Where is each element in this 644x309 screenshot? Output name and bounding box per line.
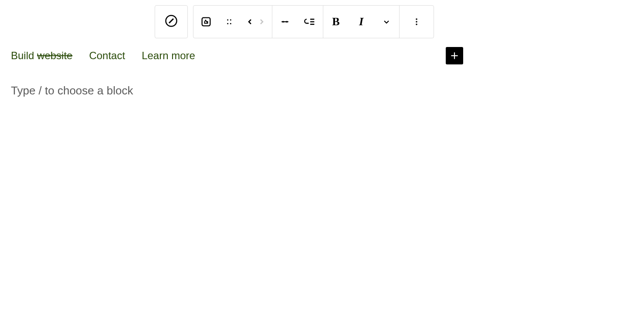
svg-point-11	[416, 18, 417, 20]
navigation-icon	[165, 14, 178, 29]
move-right-button[interactable]	[251, 6, 272, 38]
select-parent-icon	[200, 16, 212, 28]
svg-point-12	[416, 21, 417, 23]
toolbar-segment-format: B I	[323, 6, 400, 38]
svg-point-3	[227, 19, 228, 20]
svg-point-6	[230, 23, 231, 24]
more-options-button[interactable]	[400, 6, 434, 38]
block-toolbar: B I	[155, 5, 633, 38]
svg-point-13	[416, 24, 417, 25]
paragraph-placeholder-text: Type / to choose a block	[11, 84, 133, 97]
bold-button[interactable]: B	[323, 6, 349, 38]
italic-button[interactable]: I	[349, 6, 374, 38]
svg-point-4	[230, 19, 231, 20]
toolbar-segment-navigation	[193, 6, 272, 38]
nav-link-text-pre: Build	[11, 50, 37, 61]
link-icon	[279, 16, 291, 27]
add-submenu-button[interactable]	[298, 6, 323, 38]
svg-rect-2	[202, 18, 210, 26]
editor-canvas: B I	[0, 0, 644, 103]
link-button[interactable]	[272, 6, 298, 38]
chevron-right-icon	[256, 17, 267, 27]
toolbar-segment-link	[272, 6, 323, 38]
more-vertical-icon	[411, 17, 422, 27]
empty-paragraph-block[interactable]: Type / to choose a block	[11, 84, 633, 97]
nav-link-text: Learn more	[142, 50, 195, 61]
italic-icon: I	[359, 15, 363, 28]
bold-icon: B	[332, 15, 339, 28]
nav-link-text-strike: website	[37, 50, 72, 61]
svg-line-1	[169, 19, 173, 23]
drag-handle-button[interactable]	[219, 6, 240, 38]
more-formatting-button[interactable]	[374, 6, 399, 38]
navigation-block[interactable]: Build website Contact Learn more	[11, 47, 633, 64]
chevron-down-icon	[381, 17, 392, 27]
submenu-icon	[304, 16, 316, 28]
toolbar-segment-more	[400, 6, 434, 38]
block-type-button[interactable]	[155, 5, 188, 38]
nav-link-item-0[interactable]: Build website	[11, 50, 72, 62]
drag-handle-icon	[225, 17, 234, 26]
block-inserter-button[interactable]	[446, 47, 463, 64]
plus-icon	[449, 50, 460, 61]
nav-links-container: Build website Contact Learn more	[11, 50, 195, 62]
svg-point-5	[227, 23, 228, 24]
nav-link-text: Contact	[89, 50, 125, 61]
toolbar-group: B I	[193, 5, 434, 38]
nav-link-item-1[interactable]: Contact	[89, 50, 125, 62]
select-parent-button[interactable]	[193, 6, 219, 38]
nav-link-item-2[interactable]: Learn more	[142, 50, 195, 62]
